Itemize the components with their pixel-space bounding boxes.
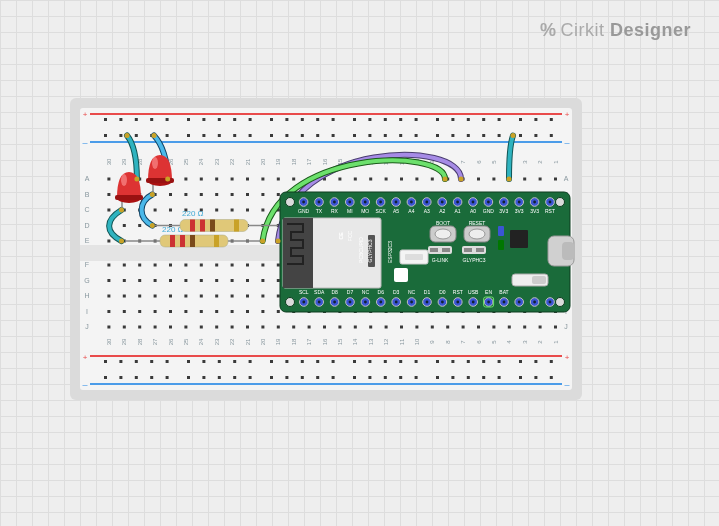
- svg-rect-377: [169, 209, 172, 212]
- svg-point-448: [556, 198, 565, 207]
- svg-rect-338: [231, 295, 234, 298]
- svg-rect-497: [464, 248, 472, 252]
- svg-rect-384: [154, 264, 157, 267]
- col-num-top-24: 24: [198, 158, 204, 165]
- svg-rect-60: [467, 134, 470, 137]
- svg-rect-345: [215, 193, 218, 196]
- svg-rect-486: [283, 218, 313, 288]
- svg-rect-306: [277, 279, 280, 282]
- label-ce: CE: [338, 232, 344, 240]
- col-num-bot-28: 28: [137, 338, 143, 345]
- power-switch[interactable]: [512, 274, 548, 286]
- col-num-top-30: 30: [106, 158, 112, 165]
- svg-rect-59: [451, 134, 454, 137]
- svg-rect-103: [249, 376, 252, 379]
- svg-rect-426: [180, 235, 185, 247]
- svg-rect-81: [353, 360, 356, 363]
- col-num-top-29: 29: [121, 158, 127, 165]
- svg-rect-222: [415, 326, 418, 329]
- svg-point-474: [395, 301, 398, 304]
- svg-point-477: [349, 301, 352, 304]
- svg-rect-366: [184, 279, 187, 282]
- svg-rect-344: [215, 264, 218, 267]
- mcu-label-top-11: SCK: [375, 208, 386, 214]
- col-num-top-23: 23: [214, 158, 220, 165]
- svg-rect-110: [368, 376, 371, 379]
- svg-point-466: [302, 201, 305, 204]
- svg-rect-325: [246, 193, 249, 196]
- svg-point-478: [333, 301, 336, 304]
- svg-rect-143: [523, 178, 526, 181]
- svg-point-511: [443, 177, 448, 182]
- svg-rect-414: [107, 264, 110, 267]
- svg-rect-74: [233, 360, 236, 363]
- svg-rect-91: [519, 360, 522, 363]
- svg-rect-93: [550, 360, 553, 363]
- svg-rect-84: [399, 360, 402, 363]
- mcu-label-top-9: A4: [408, 208, 414, 214]
- svg-point-465: [318, 201, 321, 204]
- svg-rect-18: [233, 118, 236, 121]
- svg-rect-427: [190, 235, 195, 247]
- svg-text:–: –: [82, 380, 87, 390]
- svg-point-504: [511, 133, 516, 138]
- svg-rect-412: [123, 326, 126, 329]
- svg-rect-62: [498, 134, 501, 137]
- svg-point-467: [503, 301, 506, 304]
- svg-rect-123: [554, 178, 557, 181]
- svg-rect-415: [107, 193, 110, 196]
- svg-rect-500: [562, 242, 574, 260]
- mcu-label-bot-3: RST: [453, 289, 463, 295]
- svg-rect-116: [467, 376, 470, 379]
- svg-rect-340: [231, 310, 234, 313]
- svg-rect-78: [301, 360, 304, 363]
- svg-rect-192: [462, 326, 465, 329]
- svg-rect-15: [187, 118, 190, 121]
- svg-rect-409: [123, 224, 126, 227]
- svg-rect-233: [385, 178, 388, 181]
- svg-rect-38: [104, 134, 107, 137]
- svg-rect-152: [523, 326, 526, 329]
- mcu-top-pads: [299, 198, 554, 207]
- svg-rect-421: [107, 240, 110, 243]
- svg-rect-63: [519, 134, 522, 137]
- col-num-top-19: 19: [275, 158, 281, 165]
- svg-rect-304: [277, 264, 280, 267]
- svg-text:+: +: [83, 353, 88, 362]
- svg-rect-57: [415, 134, 418, 137]
- brand-glyph: %: [540, 20, 557, 40]
- svg-rect-30: [436, 118, 439, 121]
- svg-text:–: –: [82, 138, 87, 148]
- svg-point-471: [441, 301, 444, 304]
- svg-point-468: [487, 301, 490, 304]
- svg-rect-16: [202, 118, 205, 121]
- col-num-top-16: 16: [322, 158, 328, 165]
- regulator-chip: [510, 230, 528, 248]
- svg-rect-314: [261, 264, 264, 267]
- svg-rect-40: [135, 134, 138, 137]
- label-brand: PCBCUPID: [358, 237, 364, 263]
- svg-rect-380: [169, 310, 172, 313]
- svg-point-509: [459, 177, 464, 182]
- svg-rect-431: [190, 220, 195, 232]
- svg-rect-303: [277, 178, 280, 181]
- svg-rect-328: [246, 295, 249, 298]
- svg-rect-68: [135, 360, 138, 363]
- svg-rect-494: [430, 248, 438, 252]
- svg-point-512: [260, 239, 265, 244]
- status-led-1: [498, 226, 504, 236]
- svg-rect-98: [166, 376, 169, 379]
- label-glyphc: GLYPHC3: [367, 239, 373, 262]
- svg-rect-108: [332, 376, 335, 379]
- svg-rect-65: [550, 134, 553, 137]
- svg-point-505: [134, 177, 139, 182]
- svg-text:–: –: [564, 138, 569, 148]
- svg-rect-47: [249, 134, 252, 137]
- svg-rect-242: [385, 326, 388, 329]
- esp-module: FCC CE PCBCUPID GLYPHC3: [283, 218, 381, 288]
- mcu-board[interactable]: RST3V33V33V3GNDA0A1A2A3A4A5SCKMOMIRXTXGN…: [280, 192, 574, 312]
- svg-rect-58: [436, 134, 439, 137]
- svg-point-476: [364, 301, 367, 304]
- svg-rect-368: [184, 295, 187, 298]
- svg-rect-101: [218, 376, 221, 379]
